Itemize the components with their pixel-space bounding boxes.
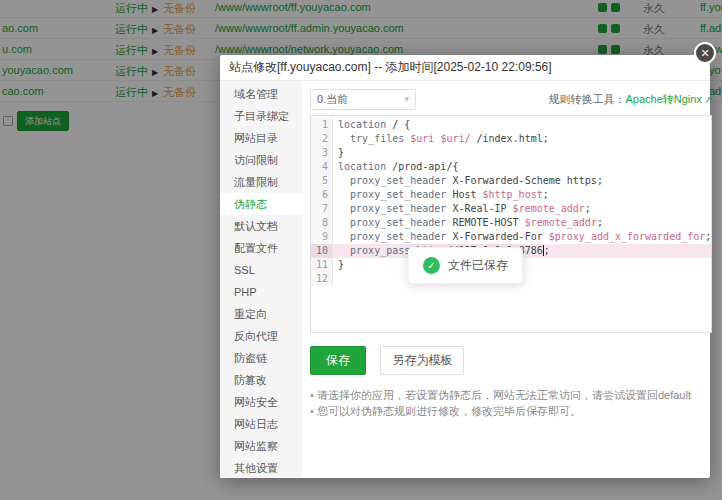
sidebar-item[interactable]: 子目录绑定 [220, 105, 302, 127]
converter-tool: 规则转换工具：Apache转Nginx↗ [548, 92, 712, 107]
line-number: 6 [311, 188, 333, 202]
site-modify-modal: ✕ 站点修改[ff.youyacao.com] -- 添加时间[2025-02-… [220, 55, 710, 478]
code-text: proxy_set_header Host $http_host; [333, 188, 549, 202]
toast-message: 文件已保存 [448, 257, 508, 274]
line-number: 5 [311, 174, 333, 188]
line-number: 12 [311, 272, 333, 286]
hint-list: 请选择你的应用，若设置伪静态后，网站无法正常访问，请尝试设置回default 您… [310, 387, 712, 419]
rewrite-code-editor[interactable]: 1location / {2 try_files $uri $uri/ /ind… [310, 115, 712, 333]
sidebar-item[interactable]: 其他设置 [220, 457, 302, 478]
code-line: 6 proxy_set_header Host $http_host; [311, 188, 711, 202]
code-line: 5 proxy_set_header X-Forwarded-Scheme ht… [311, 174, 711, 188]
sidebar-item[interactable]: 访问限制 [220, 149, 302, 171]
sidebar-item[interactable]: 默认文档 [220, 215, 302, 237]
code-text: location /prod-api/{ [333, 160, 458, 174]
code-text: proxy_set_header X-Forwarded-Scheme http… [333, 174, 603, 188]
line-number: 7 [311, 202, 333, 216]
save-button[interactable]: 保存 [310, 346, 366, 375]
line-number: 4 [311, 160, 333, 174]
line-number: 8 [311, 216, 333, 230]
line-number: 10 [311, 244, 333, 258]
sidebar-item[interactable]: 伪静态 [220, 193, 302, 215]
line-number: 11 [311, 258, 333, 272]
save-toast: ✓ 文件已保存 [408, 247, 523, 284]
code-text: location / { [333, 118, 410, 132]
rewrite-template-value: 0.当前 [317, 92, 348, 107]
code-text: try_files $uri $uri/ /index.html; [333, 132, 549, 146]
line-number: 9 [311, 230, 333, 244]
hint-item: 您可以对伪静态规则进行修改，修改完毕后保存即可。 [310, 403, 712, 419]
chevron-down-icon: ▾ [404, 94, 409, 104]
rewrite-template-select[interactable]: 0.当前 ▾ [310, 89, 416, 110]
code-line: 1location / { [311, 118, 711, 132]
close-button[interactable]: ✕ [694, 42, 716, 64]
converter-tool-label: 规则转换工具： [548, 93, 625, 105]
code-line: 2 try_files $uri $uri/ /index.html; [311, 132, 711, 146]
code-text: proxy_set_header X-Real-IP $remote_addr; [333, 202, 591, 216]
close-icon: ✕ [700, 47, 709, 59]
sidebar-item[interactable]: SSL [220, 259, 302, 281]
code-text: proxy_set_header X-Forwarded-For $proxy_… [333, 230, 711, 244]
sidebar-item[interactable]: 配置文件 [220, 237, 302, 259]
screen: 运行中▶无备份/www/wwwroot/ff.youyacao.com永久ff.… [0, 0, 722, 500]
code-line: 9 proxy_set_header X-Forwarded-For $prox… [311, 230, 711, 244]
code-line: 7 proxy_set_header X-Real-IP $remote_add… [311, 202, 711, 216]
sidebar-item[interactable]: 域名管理 [220, 83, 302, 105]
external-link-icon: ↗ [704, 94, 712, 105]
settings-sidebar: 域名管理子目录绑定网站目录访问限制流量限制伪静态默认文档配置文件SSLPHP重定… [220, 81, 302, 478]
editor-buttons: 保存 另存为模板 [310, 346, 712, 375]
code-line: 3} [311, 146, 711, 160]
sidebar-item[interactable]: 反向代理 [220, 325, 302, 347]
code-line: 8 proxy_set_header REMOTE-HOST $remote_a… [311, 216, 711, 230]
hint-item: 请选择你的应用，若设置伪静态后，网站无法正常访问，请尝试设置回default [310, 387, 712, 403]
save-as-template-button[interactable]: 另存为模板 [380, 346, 464, 375]
sidebar-item[interactable]: 防篡改 [220, 369, 302, 391]
modal-header: 站点修改[ff.youyacao.com] -- 添加时间[2025-02-10… [220, 55, 710, 81]
sidebar-item[interactable]: 重定向 [220, 303, 302, 325]
code-text: } [333, 146, 344, 160]
code-text: proxy_set_header REMOTE-HOST $remote_add… [333, 216, 603, 230]
sidebar-item[interactable]: 流量限制 [220, 171, 302, 193]
sidebar-item[interactable]: 网站目录 [220, 127, 302, 149]
check-icon: ✓ [423, 257, 440, 274]
sidebar-item[interactable]: PHP [220, 281, 302, 303]
sidebar-item[interactable]: 网站安全 [220, 391, 302, 413]
line-number: 1 [311, 118, 333, 132]
rewrite-toolbar: 0.当前 ▾ 规则转换工具：Apache转Nginx↗ [310, 87, 712, 111]
line-number: 2 [311, 132, 333, 146]
code-line: 4location /prod-api/{ [311, 160, 711, 174]
sidebar-item[interactable]: 网站监察 [220, 435, 302, 457]
code-text: } [333, 258, 344, 272]
code-text [333, 272, 338, 286]
sidebar-item[interactable]: 网站日志 [220, 413, 302, 435]
sidebar-item[interactable]: 防盗链 [220, 347, 302, 369]
modal-title: 站点修改[ff.youyacao.com] -- 添加时间[2025-02-10… [229, 60, 552, 74]
apache-to-nginx-link[interactable]: Apache转Nginx [625, 93, 701, 105]
line-number: 3 [311, 146, 333, 160]
